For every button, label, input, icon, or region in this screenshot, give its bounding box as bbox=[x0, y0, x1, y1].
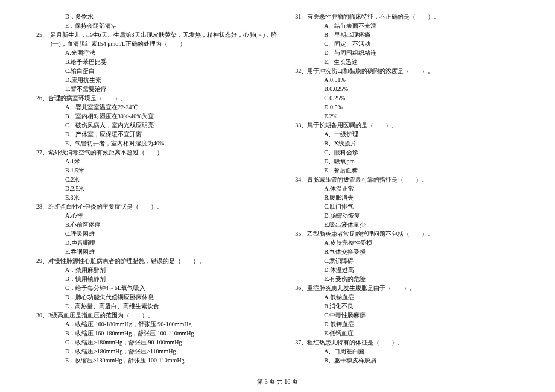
option-line: D．多饮水 bbox=[36, 12, 277, 21]
option-line: A、一级护理 bbox=[295, 130, 519, 139]
option-line: C、固定、不活动 bbox=[295, 39, 519, 48]
option-line: B.1.5米 bbox=[36, 166, 277, 175]
question-line: 25、 足月新生儿，出生6天。生后第3天出现皮肤黄染，无发热，精神状态好，心肺(… bbox=[36, 30, 277, 39]
option-line: C．收缩压≥180mmHg，舒张压 90-100mmHg bbox=[36, 338, 277, 347]
option-line: C、眼科会诊 bbox=[295, 148, 519, 157]
page-columns: D．多饮水E．保持会阴部清洁25、 足月新生儿，出生6天。生后第3天出现皮肤黄染… bbox=[36, 12, 519, 365]
option-line: D．收缩压≥180mmHg，舒张压≥110mmHg bbox=[36, 347, 277, 356]
option-line: A.0.01% bbox=[295, 75, 519, 84]
option-line: E．高热量、高蛋白、高维生素饮食 bbox=[36, 302, 277, 311]
option-line: D.低钾血症 bbox=[295, 320, 519, 329]
option-line: B、躯干糠皮样脱屑 bbox=[295, 356, 519, 365]
option-line: C.中毒性肠麻痹 bbox=[295, 311, 519, 320]
option-line: B.给予苯巴比妥 bbox=[36, 57, 277, 66]
option-line: A.低钠血症 bbox=[295, 292, 519, 302]
question-line: 26、合理的病室环境是（ ）。 bbox=[36, 93, 277, 103]
option-line: A．收缩压 160-180mmHg，舒张压 90-100mmHg bbox=[36, 320, 277, 329]
option-line: B、X线摄片 bbox=[295, 139, 519, 148]
option-line: B．收缩压 160-180mmHg，舒张压 100-110mmHg bbox=[36, 329, 277, 338]
option-line: D.体温过高 bbox=[295, 265, 519, 274]
option-line: A、口周苍白圈 bbox=[295, 347, 519, 356]
option-line: D、吸氧prn bbox=[295, 157, 519, 166]
option-line: E.2% bbox=[295, 112, 519, 121]
question-line: 31、有关恶性肿瘤的临床特征，不正确的是（ ）。 bbox=[295, 12, 519, 21]
option-line: C.肛门排气 bbox=[295, 202, 519, 211]
option-line: A、婴儿室室温宜在22-24℃ bbox=[36, 103, 277, 112]
option-line: B、早期出现疼痛 bbox=[295, 30, 519, 39]
continuation-line: (一)，血清胆红素154 μmol/L正确的处理为（ ） bbox=[36, 39, 277, 48]
option-line: D.声音嘶哑 bbox=[36, 238, 277, 247]
question-line: 36、重症肺炎患儿发生腹胀是由于（ ）。 bbox=[295, 283, 519, 292]
option-line: C．给予每分钟4～6L氧气吸入 bbox=[36, 283, 277, 292]
option-line: A．禁用麻醉剂 bbox=[36, 265, 277, 274]
question-line: 30、3级高血压是指血压的范围为（ ）。 bbox=[36, 311, 277, 320]
question-line: 35、乙型脑炎患者常见的护理问题不包括（ ）。 bbox=[295, 229, 519, 238]
option-line: D、与周围组织粘连 bbox=[295, 48, 519, 57]
option-line: B、室内相对湿度在30%-40%为宜 bbox=[36, 112, 277, 121]
left-column: D．多饮水E．保持会阴部清洁25、 足月新生儿，出生6天。生后第3天出现皮肤黄染… bbox=[36, 12, 277, 365]
option-line: B.0.025% bbox=[295, 84, 519, 93]
option-line: C.呼吸困难 bbox=[36, 229, 277, 238]
option-line: D.应用抗生素 bbox=[36, 75, 277, 84]
option-line: A.体温正常 bbox=[295, 184, 519, 193]
question-line: 33、属于长期备用医嘱的是（ ）。 bbox=[295, 121, 519, 130]
option-line: A、结节表面不光滑 bbox=[295, 21, 519, 30]
option-line: E.吸出液体量少 bbox=[295, 220, 519, 229]
question-line: 37、猩红热患儿特有的体征是（ ）。 bbox=[295, 338, 519, 347]
option-line: B.心前区疼痛 bbox=[36, 220, 277, 229]
option-line: D．肺心功能失代偿期应卧床休息 bbox=[36, 292, 277, 302]
option-line: A.皮肤完整性受损 bbox=[295, 238, 519, 247]
option-line: B．慎用镇静剂 bbox=[36, 274, 277, 283]
option-line: E.暂不需要治疗 bbox=[36, 84, 277, 93]
option-line: C.意识障碍 bbox=[295, 256, 519, 265]
option-line: D.肠蠕动恢复 bbox=[295, 211, 519, 220]
option-line: E、气管切开者，室内相对湿度为40% bbox=[36, 139, 277, 148]
right-column: 31、有关恶性肿瘤的临床特征，不正确的是（ ）。A、结节表面不光滑B、早期出现疼… bbox=[295, 12, 519, 365]
option-line: B.气体交换受损 bbox=[295, 247, 519, 256]
option-line: E、餐后血糖 bbox=[295, 166, 519, 175]
option-line: D.0.5% bbox=[295, 103, 519, 112]
question-line: 34、胃肠减压管的拔管最可靠的指征是（ ）。 bbox=[295, 175, 519, 184]
option-line: E.吞咽困难 bbox=[36, 247, 277, 256]
option-line: A.光照疗法 bbox=[36, 48, 277, 57]
question-line: 28、纤维蛋白性心包炎的主要症状是（ ）。 bbox=[36, 202, 277, 211]
question-line: 27、紫外线消毒空气的有效距离不超过（ ） bbox=[36, 148, 277, 157]
option-line: E、生长迅速 bbox=[295, 57, 519, 66]
option-line: B.腹胀消失 bbox=[295, 193, 519, 202]
option-line: A.心悸 bbox=[36, 211, 277, 220]
option-line: D、产休室，应保暖不宜开窗 bbox=[36, 130, 277, 139]
question-line: 29、对慢性肺源性心脏病患者的护理措施，错误的是（ ）。 bbox=[36, 256, 277, 265]
option-line: C.0.25% bbox=[295, 93, 519, 103]
option-line: D.2.5米 bbox=[36, 184, 277, 193]
option-line: E．保持会阴部清洁 bbox=[36, 21, 277, 30]
option-line: E.低钙血症 bbox=[295, 329, 519, 338]
option-line: C.输白蛋白 bbox=[36, 66, 277, 75]
option-line: B.消化不良 bbox=[295, 302, 519, 311]
option-line: E.3米 bbox=[36, 193, 277, 202]
question-line: 32、用于冲洗伤口和黏膜的碘附的浓度是（ ）。 bbox=[295, 66, 519, 75]
option-line: E.有受伤的危险 bbox=[295, 274, 519, 283]
option-line: C、破伤风病人，室内光线应明亮 bbox=[36, 121, 277, 130]
option-line: E．收缩压≥180mmHg，舒张压 100-110mmHg bbox=[36, 356, 277, 365]
option-line: A.1米 bbox=[36, 157, 277, 166]
option-line: C.2米 bbox=[36, 175, 277, 184]
page-footer: 第 3 页 共 16 页 bbox=[0, 378, 555, 386]
